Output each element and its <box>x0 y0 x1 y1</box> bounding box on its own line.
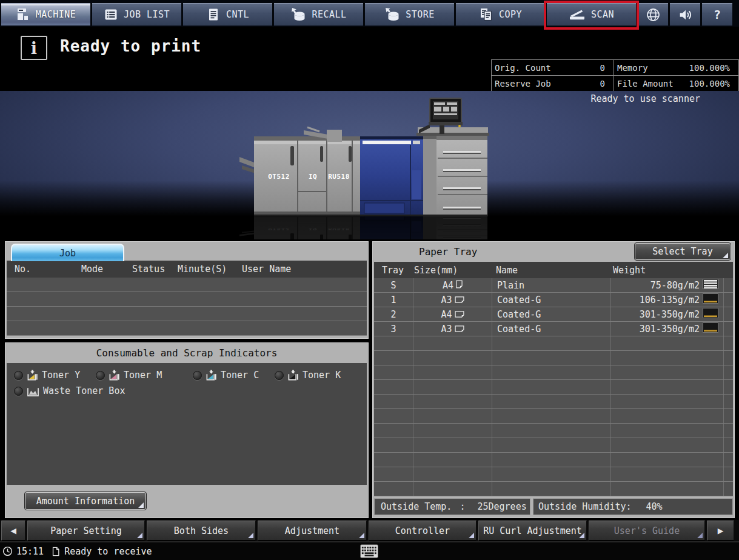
size-label: A3 <box>441 295 452 305</box>
paper-portrait-icon <box>456 280 463 291</box>
outside-humidity-cell: Outside Humidity: 40% <box>533 498 733 515</box>
name-cell: Coated-G <box>492 307 610 321</box>
tray-cell: 1 <box>374 293 413 307</box>
toner-label: Toner K <box>303 370 341 381</box>
paper-tray-empty-row <box>374 453 733 467</box>
info-icon <box>21 36 47 60</box>
nav-label: Paper Setting <box>50 525 121 536</box>
paper-landscape-icon <box>455 309 464 320</box>
toner-indicator-k: Toner K <box>275 369 341 381</box>
weight-cell: 301-350g/m2 <box>610 322 723 336</box>
weight-label: 301-350g/m2 <box>640 324 700 335</box>
paper-tray-row-2[interactable]: 2A4Coated-G301-350g/m2 <box>374 307 733 322</box>
job-table-header: No.ModeStatusMinute(S)User Name <box>7 261 367 278</box>
paper-tray-table: TraySize(mm)NameWeight SA4Plain75-80g/m2… <box>374 262 733 496</box>
indicator-led <box>14 387 23 396</box>
consumable-panel-footer: Amount Information <box>5 485 368 517</box>
job-empty-row <box>7 321 367 336</box>
globe-icon <box>646 7 661 22</box>
toner-indicator-y: Toner Y <box>14 369 80 381</box>
button-controller[interactable]: Controller <box>369 521 477 541</box>
counter-value: 100.000% <box>689 79 730 88</box>
button-sound[interactable] <box>670 3 700 26</box>
tab-store[interactable]: STORE <box>365 3 454 26</box>
indicator-led <box>193 371 202 380</box>
waste-toner-label: Waste Toner Box <box>43 385 125 396</box>
consumable-panel: Consumable and Scrap Indicators Toner YT… <box>5 342 369 518</box>
paper-column-size-mm: Size(mm) <box>413 265 492 276</box>
job-panel-tabs-row: Job <box>5 242 368 261</box>
tab-machine[interactable]: MACHINE <box>1 3 90 26</box>
tab-job-list[interactable]: JOB LIST <box>92 3 181 26</box>
weight-cell: 75-80g/m2 <box>610 278 723 292</box>
cntl-icon <box>206 7 221 22</box>
paper-landscape-icon <box>455 295 464 305</box>
clock-icon <box>2 546 13 556</box>
button-adjustment[interactable]: Adjustment <box>258 521 367 541</box>
tab-label-machine: MACHINE <box>36 9 76 20</box>
button-ru-curl-adjustment[interactable]: RU Curl Adjustment <box>478 521 587 541</box>
button-paper-setting[interactable]: Paper Setting <box>27 521 145 541</box>
button-both-sides[interactable]: Both Sides <box>147 521 256 541</box>
tab-job[interactable]: Job <box>11 244 124 261</box>
name-cell: Coated-G <box>492 293 610 307</box>
status-header: Ready to print Orig. Count0Memory100.000… <box>0 27 739 91</box>
toner-icon <box>206 370 217 381</box>
prev-page-button[interactable]: ◀ <box>1 521 25 541</box>
tab-recall[interactable]: RECALL <box>274 3 363 26</box>
size-label: A3 <box>441 324 452 335</box>
counter-memory: Memory100.000% <box>614 60 738 75</box>
toner-indicator-c: Toner C <box>193 369 259 381</box>
machine-illustration-area: OT512IQRU518 <box>0 91 739 240</box>
tab-scan[interactable]: SCAN <box>547 3 636 26</box>
printout-icon <box>51 547 61 556</box>
counter-label: Reserve Job <box>495 79 551 88</box>
status-bar: 15:11 Ready to receive <box>0 541 739 560</box>
keyboard-icon[interactable] <box>360 544 378 558</box>
paper-landscape-icon <box>455 324 464 335</box>
tab-copy[interactable]: COPY <box>456 3 545 26</box>
paper-tray-row-1[interactable]: 1A3Coated-G106-135g/m2 <box>374 293 733 307</box>
outside-temp-label: Outside Temp. <box>381 501 452 512</box>
toner-label: Toner M <box>124 370 162 381</box>
counter-value: 100.000% <box>689 63 730 73</box>
printer-illustration: OT512IQRU518 <box>237 98 494 239</box>
amount-information-button[interactable]: Amount Information <box>25 492 146 510</box>
job-table: No.ModeStatusMinute(S)User Name <box>7 261 367 336</box>
weight-label: 106-135g/m2 <box>640 295 700 305</box>
tab-label-store: STORE <box>406 9 435 20</box>
select-tray-button[interactable]: Select Tray <box>635 243 731 260</box>
job-panel: Job No.ModeStatusMinute(S)User Name <box>5 241 369 339</box>
paper-tray-empty-row <box>374 424 733 438</box>
outside-temp-cell: Outside Temp. : 25Degrees <box>374 498 530 515</box>
store-icon <box>384 7 400 22</box>
counter-grid: Orig. Count0Memory100.000%Reserve Job0Fi… <box>491 59 739 92</box>
speaker-icon <box>678 7 693 22</box>
button-user-s-guide[interactable]: User's Guide <box>589 521 705 541</box>
weight-label: 75-80g/m2 <box>650 280 700 291</box>
paper-tray-row-s[interactable]: SA4Plain75-80g/m2 <box>374 278 733 293</box>
paper-tray-rows: SA4Plain75-80g/m21A3Coated-G106-135g/m22… <box>374 278 733 496</box>
scan-icon <box>569 7 586 22</box>
counter-label: File Amount <box>617 79 674 88</box>
module-label-iq: IQ <box>309 173 317 181</box>
button-help[interactable]: ? <box>702 3 732 26</box>
weight-cell: 106-135g/m2 <box>610 293 723 307</box>
tray-cell: 2 <box>374 307 413 321</box>
indicator-led <box>96 371 105 380</box>
nav-label: ◀ <box>10 525 16 536</box>
toner-icon <box>27 370 38 381</box>
tab-label-cntl: CNTL <box>226 9 249 20</box>
paper-tray-empty-row <box>374 482 733 496</box>
paper-tray-empty-row <box>374 467 733 482</box>
job-column-mode: Mode <box>81 264 103 275</box>
job-table-rows <box>7 278 367 336</box>
paper-tray-row-3[interactable]: 3A3Coated-G301-350g/m2 <box>374 322 733 336</box>
bottom-function-bar: ◀Paper SettingBoth SidesAdjustmentContro… <box>0 520 739 541</box>
counter-label: Orig. Count <box>495 63 551 73</box>
button-language[interactable] <box>638 3 668 26</box>
tab-label-scan: SCAN <box>591 9 614 20</box>
indicator-led <box>14 371 23 380</box>
next-page-button[interactable]: ▶ <box>707 521 734 541</box>
tab-cntl[interactable]: CNTL <box>183 3 272 26</box>
